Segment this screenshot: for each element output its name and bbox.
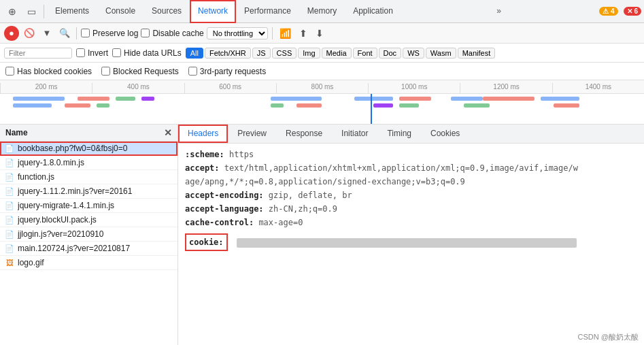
list-item[interactable]: 📄jquery-1.8.0.min.js xyxy=(0,156,177,170)
filter-input[interactable] xyxy=(4,48,72,59)
filter-type-manifest[interactable]: Manifest xyxy=(458,48,496,59)
tab-separator xyxy=(44,5,44,18)
blocked-requests-label[interactable]: Blocked Requests xyxy=(101,67,179,76)
has-blocked-cookies-checkbox[interactable] xyxy=(5,67,14,76)
file-type-icon: 🖼 xyxy=(4,259,15,267)
tab-elements[interactable]: Elements xyxy=(47,0,97,23)
file-name: logo.gif xyxy=(18,258,44,267)
timeline-bar xyxy=(483,97,535,101)
file-name: bookbase.php?fw0=0&fbsj0=0 xyxy=(18,144,127,153)
file-type-icon: 📄 xyxy=(4,201,15,210)
hide-data-urls-checkbox[interactable] xyxy=(112,48,121,57)
timeline-bar xyxy=(65,103,90,108)
list-item[interactable]: 📄main.120724.js?ver=20210817 xyxy=(0,242,177,256)
timeline-mark: 800 ms xyxy=(276,83,368,93)
filter-type-js[interactable]: JS xyxy=(252,48,271,59)
blocked-requests-checkbox[interactable] xyxy=(101,67,110,76)
detail-tab-headers[interactable]: Headers xyxy=(178,125,228,143)
timeline-bar xyxy=(451,97,483,101)
timeline-bar xyxy=(13,97,65,101)
toolbar-separator-1 xyxy=(76,27,77,39)
tab-memory[interactable]: Memory xyxy=(299,0,345,23)
list-item[interactable]: 🖼logo.gif xyxy=(0,256,177,270)
device-icon[interactable]: ▭ xyxy=(22,3,40,20)
right-panel: HeadersPreviewResponseInitiatorTimingCoo… xyxy=(178,125,644,345)
timeline-bar xyxy=(78,97,109,101)
filter-toggle-button[interactable]: ▼ xyxy=(39,26,54,41)
invert-label[interactable]: Invert xyxy=(76,48,108,58)
filter-type-wasm[interactable]: Wasm xyxy=(426,48,456,59)
filter-types: AllFetch/XHRJSCSSImgMediaFontDocWSWasmMa… xyxy=(186,48,495,59)
list-item[interactable]: 📄jquery-migrate-1.4.1.min.js xyxy=(0,199,177,213)
detail-tab-timing[interactable]: Timing xyxy=(377,125,421,143)
throttle-select[interactable]: No throttling xyxy=(207,27,268,39)
timeline-mark: 400 ms xyxy=(92,83,184,93)
clear-button[interactable]: 🚫 xyxy=(22,26,37,41)
download-icon[interactable]: ⬇ xyxy=(313,28,326,39)
tab-application[interactable]: Application xyxy=(345,0,401,23)
cookie-header: cookie: xyxy=(185,232,637,251)
has-blocked-cookies-label[interactable]: Has blocked cookies xyxy=(5,67,92,76)
filter-type-fetch/xhr[interactable]: Fetch/XHR xyxy=(205,48,251,59)
network-toolbar: ● 🚫 ▼ 🔍 Preserve log Disable cache No th… xyxy=(0,23,644,44)
upload-icon[interactable]: ⬆ xyxy=(296,28,310,39)
timeline-cursor-line xyxy=(371,94,372,124)
list-item[interactable]: 📄function.js xyxy=(0,170,177,184)
filter-type-media[interactable]: Media xyxy=(322,48,352,59)
tab-network[interactable]: Network xyxy=(190,0,236,23)
third-party-label[interactable]: 3rd-party requests xyxy=(188,67,266,76)
detail-tab-preview[interactable]: Preview xyxy=(228,125,276,143)
timeline-bar xyxy=(296,103,322,108)
tab-more[interactable]: » xyxy=(492,0,505,23)
close-panel-button[interactable]: ✕ xyxy=(164,127,172,138)
tab-sources[interactable]: Sources xyxy=(143,0,190,23)
cookie-value-blurred xyxy=(237,238,577,248)
detail-tab-response[interactable]: Response xyxy=(276,125,332,143)
cursor-icon[interactable]: ⊕ xyxy=(3,3,21,20)
timeline-bar xyxy=(399,97,431,101)
file-name: jjlogin.js?ver=20210910 xyxy=(18,229,103,239)
hide-data-urls-label[interactable]: Hide data URLs xyxy=(112,48,182,58)
invert-checkbox[interactable] xyxy=(76,48,85,57)
timeline-bar xyxy=(141,97,154,101)
file-type-icon: 📄 xyxy=(4,216,15,225)
detail-content: :scheme: https accept: text/html,applica… xyxy=(178,144,644,345)
third-party-checkbox[interactable] xyxy=(188,67,197,76)
scheme-header: :scheme: https xyxy=(185,148,637,161)
filter-type-all[interactable]: All xyxy=(186,48,203,59)
tab-console[interactable]: Console xyxy=(97,0,143,23)
wifi-icon[interactable]: 📶 xyxy=(277,28,294,39)
cache-control-header: cache-control: max-age=0 xyxy=(185,216,637,229)
list-item[interactable]: 📄jquery.blockUI.pack.js xyxy=(0,213,177,227)
file-type-icon: 📄 xyxy=(4,144,15,153)
disable-cache-checkbox[interactable] xyxy=(141,29,150,37)
timeline-bars xyxy=(0,94,644,124)
filter-type-css[interactable]: CSS xyxy=(272,48,297,59)
timeline-bar xyxy=(464,103,490,108)
file-type-icon: 📄 xyxy=(4,173,15,182)
accept-encoding-header: accept-encoding: gzip, deflate, br xyxy=(185,188,637,202)
file-type-icon: 📄 xyxy=(4,244,15,253)
filter-type-img[interactable]: Img xyxy=(298,48,320,59)
preserve-log-checkbox[interactable] xyxy=(81,29,90,37)
file-type-icon: 📄 xyxy=(4,159,15,167)
preserve-log-label[interactable]: Preserve log xyxy=(81,29,138,38)
list-item[interactable]: 📄jjlogin.js?ver=20210910 xyxy=(0,227,177,242)
record-button[interactable]: ● xyxy=(4,26,19,41)
filter-type-doc[interactable]: Doc xyxy=(379,48,402,59)
list-item[interactable]: 📄jquery-1.11.2.min.js?ver=20161 xyxy=(0,184,177,199)
filter-type-font[interactable]: Font xyxy=(353,48,377,59)
search-button[interactable]: 🔍 xyxy=(57,26,72,41)
filter-type-ws[interactable]: WS xyxy=(403,48,424,59)
main-area: Name ✕ 📄bookbase.php?fw0=0&fbsj0=0📄jquer… xyxy=(0,125,644,345)
timeline-bar xyxy=(13,103,52,108)
timeline-mark: 1200 ms xyxy=(460,83,552,93)
disable-cache-label[interactable]: Disable cache xyxy=(141,29,203,38)
list-item[interactable]: 📄bookbase.php?fw0=0&fbsj0=0 xyxy=(0,142,177,156)
file-type-icon: 📄 xyxy=(4,187,15,196)
tab-performance[interactable]: Performance xyxy=(236,0,299,23)
file-name: jquery-migrate-1.4.1.min.js xyxy=(18,201,114,210)
file-name: jquery-1.11.2.min.js?ver=20161 xyxy=(18,186,132,196)
detail-tab-initiator[interactable]: Initiator xyxy=(332,125,377,143)
detail-tab-cookies[interactable]: Cookies xyxy=(421,125,469,143)
